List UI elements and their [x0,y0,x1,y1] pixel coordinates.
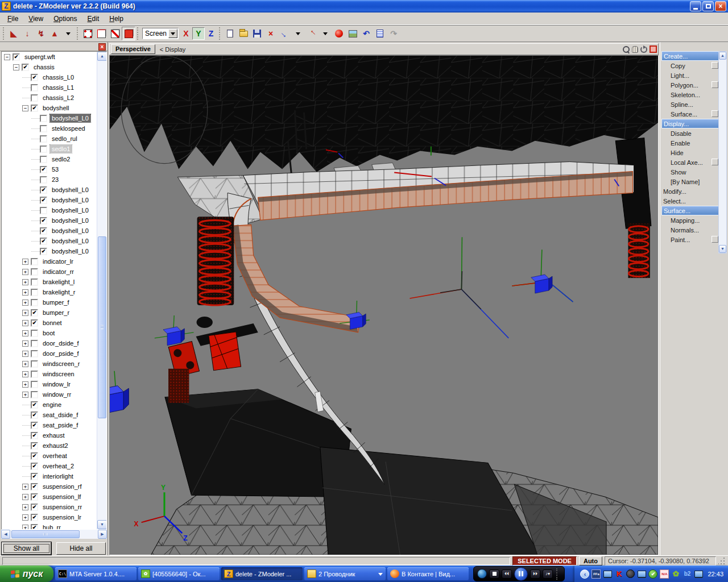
visibility-checkbox[interactable] [31,94,38,102]
tree-item-chassis_L2[interactable]: chassis_L2 [2,93,97,103]
toolbar-grip[interactable] [219,27,221,40]
visibility-checkbox[interactable]: ✔ [31,319,38,327]
command-by-name[interactable]: [By Name] [661,177,719,186]
visibility-checkbox[interactable] [31,299,38,306]
visibility-checkbox[interactable] [31,350,38,357]
panel-close-icon[interactable]: × [98,43,106,51]
expand-plus-icon[interactable]: + [22,279,28,285]
menu-edit[interactable]: Edit [82,14,105,24]
scroll-right-icon[interactable]: ▶ [98,530,107,539]
tree-item-sedlo2[interactable]: sedlo2 [2,154,97,164]
visibility-checkbox[interactable] [40,176,47,184]
visibility-checkbox[interactable]: ✔ [31,442,38,450]
tree-item-steklospeed[interactable]: steklospeed [2,123,97,134]
tree-item-interiorlight[interactable]: ✔interiorlight [2,471,97,481]
expand-plus-icon[interactable]: + [22,381,28,388]
tree-item-bodyshell_L0[interactable]: bodyshell_L0 [2,205,97,215]
scroll-left-icon[interactable]: ◀ [1,530,10,539]
visibility-checkbox[interactable] [31,360,38,368]
tree-item-indicator_lr[interactable]: +indicator_lr [2,256,97,267]
visibility-checkbox[interactable]: ✔ [31,452,38,460]
visibility-checkbox[interactable]: ✔ [31,493,38,501]
visibility-checkbox[interactable] [31,268,38,276]
tree-item-door_pside_f[interactable]: +door_pside_f [2,348,97,359]
viewport-maximize-icon[interactable] [650,45,657,53]
command-local-axe[interactable]: Local Axe... [661,157,719,167]
visibility-checkbox[interactable]: ✔ [31,514,38,521]
visibility-checkbox[interactable]: ✔ [31,74,38,81]
tree-item-chassis[interactable]: −✔chassis [2,62,97,72]
expand-plus-icon[interactable]: + [22,351,28,357]
resize-grip[interactable] [718,557,726,564]
network-tray-icon[interactable] [637,569,646,579]
tree-item-23[interactable]: 23 [2,174,97,185]
tree-item-door_dside_f[interactable]: +door_dside_f [2,338,97,348]
command-surface[interactable]: Surface... [661,109,719,119]
command-disable[interactable]: Disable [661,128,719,138]
titlebar[interactable]: Z delete - ZModeler ver 2.2.2 (Build 964… [0,0,728,13]
taskbar-task-zmodeler-icon[interactable]: Zdelete - ZModeler ... [221,567,303,580]
command-skeleton[interactable]: Skeleton... [661,90,719,99]
viewport-mode-button[interactable]: Perspective [111,44,155,54]
command-option-box[interactable] [712,110,718,117]
flashget-tray-icon[interactable]: FFa [592,569,601,579]
command-select[interactable]: Select... [661,196,719,206]
select-paint-icon[interactable]: ▲ [48,27,61,40]
next-track-button[interactable]: ⏵⏵ [530,569,540,579]
visibility-checkbox[interactable]: ✔ [31,463,38,470]
tree-scrollbar-thumb[interactable] [98,236,106,418]
visibility-checkbox[interactable] [31,340,38,347]
command-option-box[interactable] [712,159,718,165]
faces-mode-icon[interactable] [108,27,122,40]
axis-y-button[interactable]: Y [192,27,205,40]
import-icon[interactable]: → [278,27,291,40]
tree-item-window_lr[interactable]: +window_lr [2,379,97,389]
minimize-button[interactable] [690,1,701,11]
new-file-icon[interactable] [223,27,237,40]
import-dropdown-arrow-icon[interactable] [291,27,305,40]
save-file-icon[interactable] [250,27,264,40]
visibility-checkbox[interactable] [40,146,47,153]
tree-item-bodyshell_L0[interactable]: ✔bodyshell_L0 [2,226,97,236]
visibility-checkbox[interactable]: ✔ [31,504,38,511]
tree-item-53[interactable]: ✔53 [2,164,97,174]
axis-z-button[interactable]: Z [205,27,217,40]
visibility-checkbox[interactable]: ✔ [40,227,47,235]
axis-x-button[interactable]: X [180,27,192,40]
tree-item-window_rr[interactable]: +window_rr [2,389,97,400]
command-modify[interactable]: Modify... [661,186,719,196]
scroll-down-icon[interactable]: ▼ [719,245,726,253]
skeleton-pose-icon[interactable]: ↯ [34,27,48,40]
tree-item-suspension_rr[interactable]: +✔suspension_rr [2,502,97,512]
tree-item-brakelight_l[interactable]: +brakelight_l [2,277,97,287]
expand-plus-icon[interactable]: + [22,310,28,316]
visibility-checkbox[interactable]: ✔ [40,217,47,225]
select-marquee-icon[interactable]: ◣ [7,27,20,40]
tree-item-boot[interactable]: +boot [2,328,97,338]
tree-item-chassis_L1[interactable]: chassis_L1 [2,82,97,93]
tree-item-engine[interactable]: ✔engine [2,400,97,410]
tree-item-overheat_2[interactable]: ✔overheat_2 [2,461,97,471]
selection-dropdown-arrow-icon[interactable] [61,27,75,40]
scroll-up-icon[interactable]: ▲ [719,52,726,60]
orbit-icon[interactable] [640,46,647,53]
redo-icon[interactable]: ↷ [387,27,400,40]
display-tray-icon[interactable] [603,569,612,579]
command-spline[interactable]: Spline... [661,99,719,109]
taskbar-task-console-icon[interactable]: C:\MTA Server 1.0.4.... [55,567,136,580]
visibility-checkbox[interactable]: ✔ [40,238,47,245]
tree-item-bonnet[interactable]: +✔bonnet [2,318,97,328]
visibility-checkbox[interactable]: ✔ [40,166,47,173]
expand-plus-icon[interactable]: + [22,504,28,510]
expand-plus-icon[interactable]: + [22,514,28,521]
previous-track-button[interactable]: ⏴⏴ [502,569,512,579]
steam-tray-icon[interactable] [626,569,635,579]
tree-item-bodyshell[interactable]: −✔bodyshell [2,103,97,113]
tree-item-bodyshell_L0[interactable]: ✔bodyshell_L0 [2,215,97,226]
menu-options[interactable]: Options [48,14,82,24]
flower-tray-icon[interactable]: ✿ [671,569,680,579]
close-button[interactable]: × [715,1,726,11]
visibility-checkbox[interactable] [40,125,47,132]
visibility-checkbox[interactable] [40,207,47,214]
tree-item-bumper_r[interactable]: +✔bumper_r [2,307,97,318]
